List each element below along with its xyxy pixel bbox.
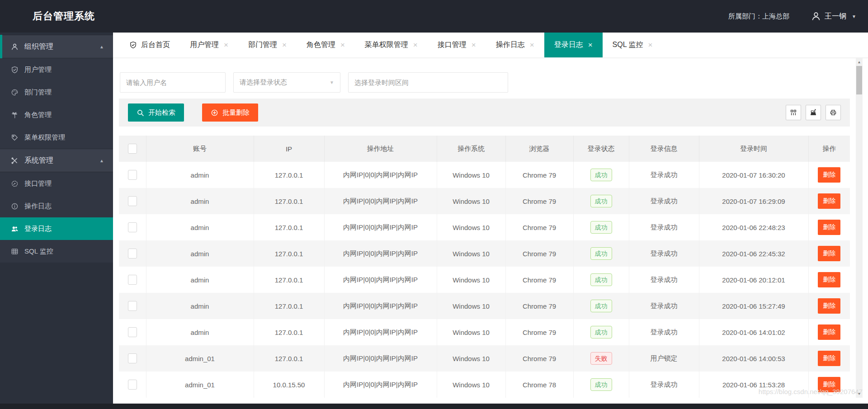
scroll-up-arrow-icon[interactable]: ▲ <box>856 58 863 66</box>
vertical-scrollbar[interactable]: ▲ ▼ <box>856 58 863 398</box>
sidebar-item-label: 接口管理 <box>24 179 52 188</box>
sidebar-item-label: 登录日志 <box>24 225 52 233</box>
delete-button[interactable]: 删除 <box>818 324 840 340</box>
cell-account: admin <box>146 214 254 240</box>
sidebar-item-0-1[interactable]: 部门管理 <box>0 81 113 103</box>
sidebar-item-1-3[interactable]: SQL 监控 <box>0 240 113 263</box>
delete-button[interactable]: 删除 <box>818 272 840 287</box>
cell-ip: 10.0.15.50 <box>254 371 324 398</box>
tab-close-icon[interactable]: × <box>224 41 228 49</box>
tab-close-icon[interactable]: × <box>588 41 593 49</box>
sidebar-item-1-2[interactable]: 登录日志 <box>0 217 113 240</box>
cell-address: 内网IP|0|0|内网IP|内网IP <box>324 267 437 293</box>
sidebar-item-0-2[interactable]: 角色管理 <box>0 103 113 126</box>
cell-actions: 删除 <box>808 162 850 188</box>
select-all-header-cell <box>119 136 146 162</box>
sidebar-group-1[interactable]: 系统管理▲ <box>0 149 113 172</box>
row-checkbox[interactable] <box>128 196 137 206</box>
row-checkbox[interactable] <box>128 170 137 180</box>
print-button[interactable] <box>826 105 841 120</box>
tab-label: 部门管理 <box>248 40 277 50</box>
delete-button[interactable]: 删除 <box>818 298 840 314</box>
row-checkbox[interactable] <box>128 275 137 285</box>
select-all-checkbox[interactable] <box>128 144 137 154</box>
tab-close-icon[interactable]: × <box>282 41 287 49</box>
column-header-6: 登录信息 <box>629 136 699 162</box>
row-checkbox[interactable] <box>128 327 137 337</box>
scrollbar-thumb[interactable] <box>856 66 862 94</box>
table-tools <box>786 105 841 120</box>
tag-icon <box>11 134 19 141</box>
cell-account: admin <box>146 319 254 345</box>
sidebar-item-1-0[interactable]: 接口管理 <box>0 172 113 195</box>
column-header-4: 浏览器 <box>505 136 573 162</box>
tab-close-icon[interactable]: × <box>413 41 418 49</box>
tab-close-icon[interactable]: × <box>340 41 345 49</box>
tab-8[interactable]: SQL 监控× <box>603 33 663 57</box>
row-checkbox[interactable] <box>128 353 137 363</box>
status-badge: 失败 <box>590 352 612 365</box>
row-checkbox[interactable] <box>128 222 137 232</box>
cell-browser: Chrome 79 <box>505 293 573 319</box>
tab-2[interactable]: 部门管理× <box>238 33 297 57</box>
cell-browser: Chrome 79 <box>505 240 573 267</box>
cell-checkbox <box>119 345 146 371</box>
cell-address: 内网IP|0|0|内网IP|内网IP <box>324 371 437 398</box>
user-menu[interactable]: 王一钢 ▼ <box>811 11 856 21</box>
cell-browser: Chrome 78 <box>505 371 573 398</box>
row-checkbox[interactable] <box>128 301 137 311</box>
search-button[interactable]: 开始检索 <box>128 103 184 122</box>
cell-os: Windows 10 <box>437 319 505 345</box>
cell-account: admin <box>146 240 254 267</box>
cell-os: Windows 10 <box>437 240 505 267</box>
sidebar-item-label: 操作日志 <box>24 202 52 211</box>
username-input[interactable] <box>120 72 226 93</box>
sidebar-item-0-0[interactable]: 用户管理 <box>0 58 113 81</box>
department-value: 上海总部 <box>762 12 789 20</box>
cell-actions: 删除 <box>808 240 850 267</box>
tab-4[interactable]: 菜单权限管理× <box>355 33 428 57</box>
sidebar-group-0[interactable]: 组织管理▲ <box>0 35 113 58</box>
app-header: 后台管理系统 所属部门：上海总部 王一钢 ▼ <box>0 0 868 33</box>
table-row: admin127.0.0.1内网IP|0|0|内网IP|内网IPWindows … <box>119 214 850 240</box>
table-grid-icon <box>11 248 19 255</box>
tab-close-icon[interactable]: × <box>648 41 652 49</box>
sidebar-item-1-1[interactable]: 操作日志 <box>0 195 113 217</box>
tab-6[interactable]: 操作日志× <box>486 33 544 57</box>
tab-label: 登录日志 <box>554 40 583 50</box>
cell-checkbox <box>119 319 146 345</box>
tab-label: 用户管理 <box>190 40 219 50</box>
delete-button[interactable]: 删除 <box>818 220 840 235</box>
status-badge: 成功 <box>590 326 612 338</box>
tab-5[interactable]: 接口管理× <box>428 33 486 57</box>
delete-button[interactable]: 删除 <box>818 351 840 366</box>
login-time-range-input[interactable] <box>348 72 508 93</box>
chevron-up-icon: ▲ <box>99 44 104 49</box>
search-icon <box>137 109 144 117</box>
tree-icon <box>11 111 19 119</box>
cell-ip: 127.0.0.1 <box>254 267 324 293</box>
tab-3[interactable]: 角色管理× <box>297 33 355 57</box>
cell-actions: 删除 <box>808 345 850 371</box>
sidebar-item-label: 菜单权限管理 <box>24 133 65 142</box>
cell-status: 成功 <box>573 319 629 345</box>
batch-delete-button[interactable]: 批量删除 <box>202 103 258 122</box>
tab-0[interactable]: 后台首页 <box>119 33 180 57</box>
export-button[interactable] <box>806 105 821 120</box>
columns-filter-button[interactable] <box>786 105 801 120</box>
sidebar-item-0-3[interactable]: 菜单权限管理 <box>0 126 113 149</box>
login-status-select[interactable]: 请选择登录状态 ▼ <box>233 72 340 93</box>
tab-1[interactable]: 用户管理× <box>180 33 238 57</box>
column-header-5: 登录状态 <box>573 136 629 162</box>
tab-close-icon[interactable]: × <box>472 41 476 49</box>
cell-account: admin_01 <box>146 371 254 398</box>
delete-button[interactable]: 删除 <box>818 167 840 183</box>
tab-close-icon[interactable]: × <box>530 41 534 49</box>
row-checkbox[interactable] <box>128 249 137 259</box>
bottom-edge-bar <box>0 404 868 409</box>
delete-button[interactable]: 删除 <box>818 246 840 261</box>
delete-button[interactable]: 删除 <box>818 193 840 209</box>
cell-address: 内网IP|0|0|内网IP|内网IP <box>324 240 437 267</box>
tab-7[interactable]: 登录日志× <box>544 33 603 57</box>
row-checkbox[interactable] <box>128 380 137 390</box>
